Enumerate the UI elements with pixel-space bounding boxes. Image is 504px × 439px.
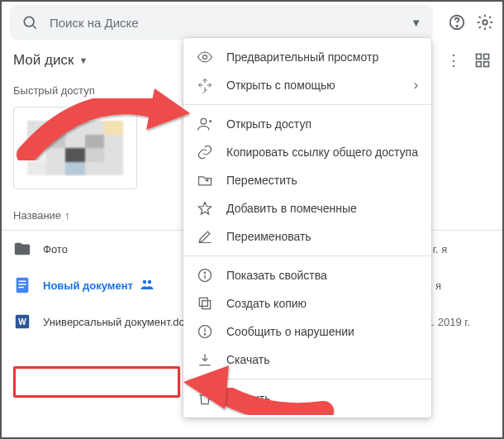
menu-details[interactable]: Показать свойства	[183, 261, 431, 289]
copy-icon	[197, 295, 213, 312]
info-icon	[197, 267, 213, 284]
chevron-down-icon: ▼	[78, 55, 88, 65]
menu-delete[interactable]: Удалить	[183, 384, 431, 413]
open-with-icon	[197, 77, 213, 93]
menu-download[interactable]: Скачать	[183, 346, 431, 374]
svg-rect-8	[484, 62, 489, 67]
menu-open-with[interactable]: Открыть с помощью ›	[183, 71, 431, 99]
svg-rect-23	[199, 298, 207, 306]
search-dropdown-icon[interactable]: ▼	[411, 17, 421, 29]
menu-report[interactable]: Сообщить о нарушении	[183, 317, 431, 346]
pencil-icon	[197, 228, 213, 245]
link-icon	[197, 144, 213, 160]
svg-point-3	[456, 26, 457, 26]
search-box[interactable]: Поиск на Диске ▼	[10, 5, 433, 40]
svg-rect-12	[18, 287, 23, 288]
grid-view-icon[interactable]	[474, 52, 491, 69]
shared-icon	[140, 277, 155, 294]
highlight-box	[13, 366, 180, 398]
help-icon[interactable]	[448, 13, 466, 31]
svg-point-14	[148, 279, 152, 284]
svg-point-17	[203, 55, 207, 60]
menu-rename[interactable]: Переименовать	[183, 222, 431, 251]
person-add-icon	[197, 116, 213, 132]
chevron-right-icon: ›	[414, 78, 418, 93]
svg-rect-10	[18, 281, 26, 282]
svg-point-18	[201, 118, 207, 124]
search-icon	[21, 14, 38, 31]
docs-icon	[13, 276, 31, 294]
search-placeholder: Поиск на Диске	[50, 16, 411, 30]
svg-point-0	[24, 17, 34, 26]
context-menu: Предварительный просмотр Открыть с помощ…	[183, 38, 431, 418]
sort-arrow-icon: ↑	[64, 209, 70, 222]
download-icon	[197, 351, 213, 368]
menu-move[interactable]: Переместить	[183, 166, 431, 194]
svg-rect-22	[202, 301, 211, 309]
menu-preview[interactable]: Предварительный просмотр	[183, 43, 431, 71]
svg-rect-11	[18, 284, 26, 284]
trash-icon	[197, 390, 213, 407]
menu-copy[interactable]: Создать копию	[183, 289, 431, 317]
move-icon	[197, 172, 213, 188]
report-icon	[197, 323, 213, 340]
svg-point-13	[143, 279, 147, 284]
menu-copy-link[interactable]: Копировать ссылку общего доступа	[183, 138, 431, 166]
svg-rect-5	[477, 55, 482, 60]
menu-star[interactable]: Добавить в помеченные	[183, 194, 431, 222]
breadcrumb[interactable]: Мой диск ▼	[13, 52, 88, 69]
svg-point-4	[483, 20, 487, 25]
svg-rect-6	[484, 55, 489, 60]
svg-point-21	[204, 272, 205, 273]
breadcrumb-label: Мой диск	[13, 52, 74, 69]
settings-icon[interactable]	[476, 13, 494, 31]
menu-share[interactable]: Открыть доступ	[183, 110, 431, 138]
eye-icon	[197, 49, 213, 65]
more-icon[interactable]: ⋮	[446, 51, 461, 69]
folder-icon	[13, 240, 31, 258]
word-icon: W	[13, 313, 31, 331]
svg-point-26	[204, 334, 205, 335]
svg-line-1	[33, 26, 36, 29]
quick-access-tile[interactable]	[13, 107, 137, 189]
svg-rect-7	[477, 62, 482, 67]
svg-text:W: W	[18, 317, 26, 327]
svg-rect-9	[17, 278, 29, 293]
star-icon	[197, 200, 213, 217]
